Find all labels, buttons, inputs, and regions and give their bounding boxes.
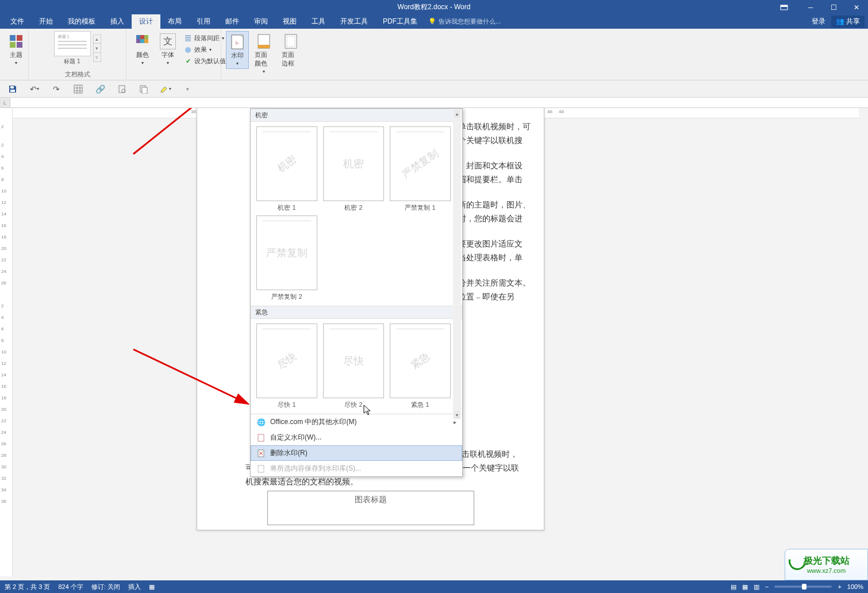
vertical-ruler[interactable]: 2 2 4 6 8 10 12 14 16 18 20 22 24 26 2 4… — [0, 108, 13, 576]
document-title: Word教程2.docx - Word — [398, 2, 471, 12]
undo-icon[interactable]: ↶ ▾ — [29, 83, 40, 95]
wm-label: 严禁复制 2 — [271, 292, 302, 301]
wm-option-asap-1[interactable]: 尽快 尽快 1 — [255, 324, 318, 409]
para-spacing-icon — [184, 34, 192, 43]
zoom-level[interactable]: 100% — [847, 583, 863, 590]
quick-access-toolbar: ↶ ▾ ↷ 🔗 ▾ ▾ — [0, 80, 868, 98]
redo-icon[interactable]: ↷ — [51, 83, 62, 95]
tab-design[interactable]: 设计 — [132, 14, 160, 29]
zoom-slider[interactable] — [774, 586, 832, 588]
svg-rect-7 — [140, 35, 144, 39]
wm-option-confidential-1[interactable]: 机密 机密 1 — [255, 126, 318, 212]
gallery-up-icon[interactable]: ▴ — [93, 34, 101, 44]
tab-mail[interactable]: 邮件 — [218, 14, 247, 29]
minimize-button[interactable]: ─ — [799, 0, 822, 14]
tab-review[interactable]: 审阅 — [247, 14, 275, 29]
status-words[interactable]: 824 个字 — [58, 583, 83, 591]
logo-name: 极光下载站 — [804, 555, 850, 567]
zoom-out-icon[interactable]: − — [765, 583, 769, 590]
wm-option-asap-2[interactable]: 尽快 尽快 2 — [322, 324, 385, 409]
wm-option-nocopy-1[interactable]: 严禁复制 严禁复制 1 — [389, 126, 452, 212]
close-button[interactable]: ✕ — [845, 0, 868, 14]
svg-rect-5 — [17, 42, 22, 48]
svg-rect-28 — [258, 465, 264, 472]
page-color-label: 页面颜色 — [255, 51, 272, 68]
gallery-more-icon[interactable]: ▿ — [93, 53, 101, 62]
status-track[interactable]: 修订: 关闭 — [91, 583, 120, 591]
chevron-down-icon: ▾ — [263, 69, 265, 74]
page-icon — [256, 433, 266, 442]
body-text: 机搜索最适合您的文档的视频。 — [245, 475, 358, 489]
share-button[interactable]: 👥共享 — [831, 16, 865, 28]
doc-format-thumb[interactable]: 标题 1 — [54, 31, 91, 56]
scroll-down-icon[interactable]: ▾ — [454, 411, 460, 419]
svg-rect-21 — [74, 85, 82, 93]
wm-option-nocopy-2[interactable]: 严禁复制 严禁复制 2 — [255, 215, 318, 301]
document-scroll[interactable]: 38 6 4 2 30 32 34 36 38 40 42 44 46 48 然… — [13, 108, 868, 576]
remove-watermark-icon — [256, 449, 266, 458]
page-color-button[interactable]: 页面颜色 ▾ — [251, 31, 276, 76]
wm-menu-custom[interactable]: 自定义水印(W)... — [251, 430, 462, 445]
tab-references[interactable]: 引用 — [189, 14, 218, 29]
save-to-gallery-icon — [256, 464, 266, 473]
tab-file[interactable]: 文件 — [3, 14, 32, 29]
watermark-button[interactable]: A 水印 ▾ — [226, 31, 249, 69]
tab-home[interactable]: 开始 — [32, 14, 60, 29]
watermark-label: 水印 — [231, 51, 244, 60]
wm-label: 机密 2 — [344, 203, 362, 212]
watermark-dropdown-panel: 机密 机密 机密 1 机密 机密 2 严禁复制 严禁复制 1 严禁复制 严禁复制… — [250, 108, 463, 477]
wm-option-urgent-1[interactable]: 紧急 紧急 1 — [389, 324, 452, 409]
svg-rect-2 — [10, 35, 16, 41]
wm-option-confidential-2[interactable]: 机密 机密 2 — [322, 126, 385, 212]
wm-section-urgent: 紧急 — [251, 306, 462, 319]
copy-icon[interactable] — [138, 83, 149, 95]
status-macro-icon[interactable]: ▦ — [149, 583, 155, 591]
view-print-layout-icon[interactable]: ▤ — [731, 583, 736, 591]
wm-menu-office-more[interactable]: 🌐 Office.com 中的其他水印(M) ▸ — [251, 414, 462, 430]
ribbon-display-options[interactable] — [775, 0, 793, 14]
ribbon: 主题 ▾ 标题 1 标题 1 ▴ ▾ ▿ — [0, 29, 868, 80]
maximize-button[interactable]: ☐ — [822, 0, 845, 14]
chart-placeholder: 图表标题 — [267, 491, 474, 525]
ruler-corner-box: L — [0, 98, 10, 107]
save-icon[interactable] — [7, 83, 18, 95]
tab-tools[interactable]: 工具 — [304, 14, 333, 29]
highlight-icon[interactable]: ▾ — [160, 83, 171, 95]
zoom-in-icon[interactable]: + — [838, 583, 841, 590]
tab-view[interactable]: 视图 — [275, 14, 304, 29]
table-icon[interactable] — [72, 83, 84, 95]
tab-devtools[interactable]: 开发工具 — [333, 14, 375, 29]
globe-icon: 🌐 — [256, 418, 266, 427]
wm-label: 尽快 2 — [344, 401, 362, 409]
page-border-button[interactable]: 页面边框 — [278, 31, 303, 70]
tell-me-search[interactable]: 💡 告诉我您想要做什么... — [428, 17, 501, 26]
status-page[interactable]: 第 2 页，共 3 页 — [5, 583, 50, 591]
font-button[interactable]: 文 字体 ▾ — [156, 31, 179, 68]
print-preview-icon[interactable] — [116, 83, 128, 95]
status-insert[interactable]: 插入 — [128, 583, 141, 591]
svg-rect-16 — [258, 45, 270, 48]
check-icon: ✔ — [184, 57, 192, 66]
view-read-mode-icon[interactable]: ▦ — [742, 583, 748, 591]
scroll-up-icon[interactable]: ▴ — [454, 110, 460, 118]
tell-me-placeholder: 告诉我您想要做什么... — [439, 17, 501, 26]
tab-layout[interactable]: 布局 — [160, 14, 189, 29]
document-area: 2 2 4 6 8 10 12 14 16 18 20 22 24 26 2 4… — [0, 108, 868, 576]
wm-label: 机密 1 — [278, 203, 295, 212]
wm-menu-remove[interactable]: 删除水印(R) — [251, 445, 462, 461]
tab-pdf[interactable]: PDF工具集 — [375, 14, 425, 29]
qat-more-icon[interactable]: ▾ — [182, 83, 193, 95]
view-web-layout-icon[interactable]: ▥ — [754, 583, 759, 591]
wm-label: 严禁复制 1 — [405, 203, 435, 212]
svg-rect-17 — [285, 34, 297, 48]
gallery-down-icon[interactable]: ▾ — [93, 44, 101, 53]
tab-insert[interactable]: 插入 — [103, 14, 132, 29]
page-border-icon — [283, 33, 299, 49]
color-button[interactable]: 颜色 ▾ — [131, 31, 154, 68]
tab-templates[interactable]: 我的模板 — [60, 14, 103, 29]
login-link[interactable]: 登录 — [812, 17, 825, 26]
wm-panel-scrollbar[interactable]: ▴ ▾ — [453, 110, 461, 419]
page-border-label: 页面边框 — [282, 51, 299, 68]
link-icon[interactable]: 🔗 — [94, 83, 106, 95]
theme-button[interactable]: 主题 ▾ — [5, 31, 28, 68]
